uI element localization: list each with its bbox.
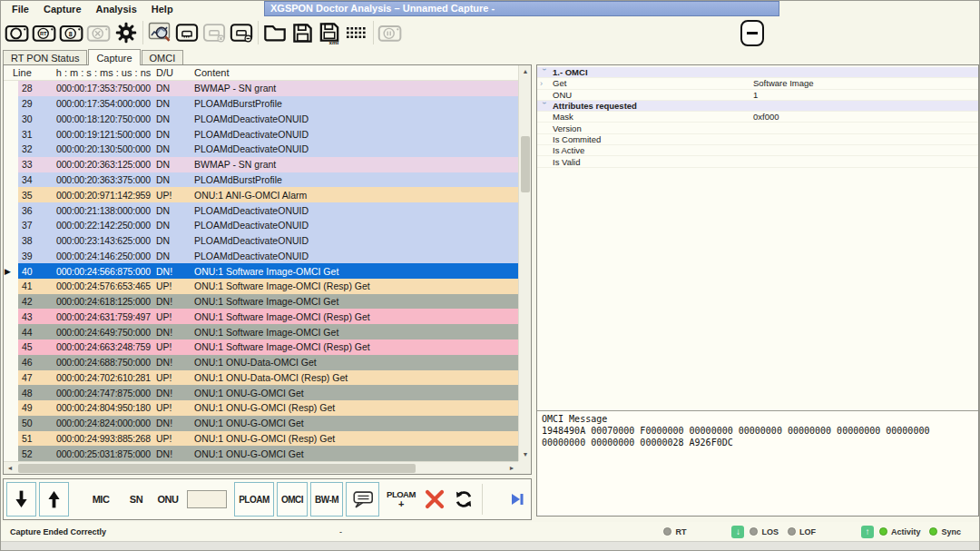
table-row[interactable]: 45000:00:24:663:248:759UP!ONU:1 Software… [4,339,518,355]
hex-view-button[interactable] [343,19,370,47]
scroll-right-arrow-icon[interactable]: ► [505,462,518,475]
table-row[interactable]: 29000:00:17:354:000:000DNPLOAMdBurstProf… [4,96,518,112]
scroll-left-arrow-icon[interactable]: ◄ [4,462,16,475]
table-row[interactable]: 51000:00:24:993:885:268UP!ONU:1 ONU-G-OM… [4,431,518,447]
table-row[interactable]: 47000:00:24:702:610:281UP!ONU:1 ONU-Data… [4,370,518,386]
menu-item-capture[interactable]: Capture [36,1,89,17]
detail-row[interactable]: Mask0xf000 [537,112,978,123]
save-button[interactable] [289,19,316,47]
messages-button[interactable] [346,482,379,517]
table-row[interactable]: 37000:00:22:142:250:000DNPLOAMdDeactivat… [4,218,518,233]
chevron-down-icon[interactable]: › [540,102,549,111]
port-connect-button[interactable] [173,19,201,47]
onu-filter-button[interactable]: ONU [152,482,183,517]
sn-filter-button[interactable]: SN [120,482,152,517]
ploam-plus-button[interactable]: PLOAM + [382,482,420,517]
row-gutter [4,142,18,157]
save-xml-button[interactable]: xml [316,19,343,47]
table-row[interactable]: ▶40000:00:24:566:875:000DN!ONU:1 Softwar… [4,263,518,279]
chevron-down-icon[interactable]: › [540,68,549,77]
led-label-sync: Sync [941,527,961,536]
cell-du: UP! [154,402,191,413]
cell-line: 38 [18,235,53,246]
settings-gear-icon [115,22,137,44]
save-xml-icon: xml [318,22,340,44]
omci-message-title: OMCI Message [542,413,974,425]
scroll-down-button[interactable] [6,482,36,517]
menu-item-help[interactable]: Help [144,1,181,17]
detail-row[interactable]: Is Active [537,145,978,156]
table-row[interactable]: 46000:00:24:688:750:000DN!ONU:1 ONU-Data… [4,355,518,370]
open-folder-button[interactable] [261,19,289,47]
table-row[interactable]: 35000:00:20:971:142:959UP!ONU:1 ANI-G-OM… [4,187,518,202]
table-row[interactable]: 28000:00:17:353:750:000DNBWMAP - SN gran… [4,81,518,96]
table-row[interactable]: 43000:00:24:631:759:497UP!ONU:1 Software… [4,309,518,324]
table-row[interactable]: 49000:00:24:804:950:180UP!ONU:1 ONU-G-OM… [4,400,518,416]
detail-row[interactable]: Is Valid [537,156,978,167]
detail-row[interactable]: ONU1 [537,90,978,101]
omci-filter-button[interactable]: OMCI [277,482,308,517]
refresh-button[interactable] [449,482,478,517]
mic-filter-button[interactable]: MIC [82,482,120,517]
tab-rt-pon-status[interactable]: RT PON Status [3,50,87,64]
table-row[interactable]: 52000:00:25:031:875:000DN!ONU:1 ONU-G-OM… [4,446,518,461]
table-row[interactable]: 41000:00:24:576:653:465UP!ONU:1 Software… [4,279,518,294]
clear-filters-button[interactable] [420,482,449,517]
scroll-down-arrow-icon[interactable]: ▼ [519,448,532,461]
table-row[interactable]: 32000:00:20:130:500:000DNPLOAMdDeactivat… [4,142,518,157]
ploam-label: PLOAM [239,495,270,505]
tab-capture[interactable]: Capture [88,49,140,65]
open-folder-icon [263,23,287,43]
vertical-scroll-thumb[interactable] [521,136,530,192]
menu-item-analysis[interactable]: Analysis [89,1,144,17]
table-row[interactable]: 34000:00:20:363:375:000DNPLOAMdBurstProf… [4,172,518,188]
detail-row[interactable]: ›GetSoftware Image [537,78,978,89]
row-gutter [4,202,18,218]
tab-omci[interactable]: OMCI [142,50,184,64]
chevron-right-icon[interactable]: › [540,79,549,88]
row-gutter [4,400,18,416]
minimize-capture-button[interactable] [740,20,764,46]
onu-filter-input[interactable] [187,490,227,508]
table-row[interactable]: 42000:00:24:618:125:000DN!ONU:1 Software… [4,294,518,310]
table-row[interactable]: 31000:00:19:121:500:000DNPLOAMdDeactivat… [4,126,518,142]
menu-item-file[interactable]: File [5,1,36,17]
cell-du: DN [154,98,191,109]
table-row[interactable]: 30000:00:18:120:750:000DNPLOAMdDeactivat… [4,112,518,127]
horizontal-scroll-thumb[interactable] [18,464,416,473]
hex-grid-icon [346,25,368,40]
cell-line: 52 [18,448,53,459]
scroll-up-button[interactable] [39,482,69,517]
port-remove-button[interactable] [228,19,255,47]
cell-line: 28 [18,83,53,93]
go-to-end-button[interactable] [506,482,528,517]
camera-scheduled-capture-button[interactable]: 8 [58,19,85,47]
cell-content: ONU:1 Software Image-OMCI (Resp) Get [191,341,518,352]
scroll-up-arrow-icon[interactable]: ▲ [519,65,532,78]
camera-capture-button[interactable] [4,19,31,47]
horizontal-scrollbar[interactable]: ◄ ► [4,461,518,474]
analysis-button[interactable] [146,19,173,47]
cell-content: BWMAP - SN grant [191,83,518,93]
settings-button[interactable] [113,19,140,47]
table-row[interactable]: 39000:00:24:146:250:000DNPLOAMdDeactivat… [4,248,518,263]
vertical-scrollbar[interactable]: ▲ ▼ [518,65,531,461]
detail-row[interactable]: Is Commited [537,134,978,145]
detail-row[interactable]: ›Attributes requested [537,101,978,112]
table-row[interactable]: 48000:00:24:747:875:000DN!ONU:1 ONU-G-OM… [4,385,518,400]
table-row[interactable]: 50000:00:24:824:000:000DN!ONU:1 ONU-G-OM… [4,416,518,431]
cell-time: 000:00:17:353:750:000 [53,83,154,93]
table-row[interactable]: 33000:00:20:363:125:000DNBWMAP - SN gran… [4,157,518,172]
table-row[interactable]: 44000:00:24:649:750:000DN!ONU:1 Software… [4,324,518,339]
table-header-row[interactable]: Lineh : m : s : ms : us : nsD/UContent [4,65,531,81]
camera-rt-capture-button[interactable]: RT [31,19,58,47]
bwm-filter-button[interactable]: BW-M [310,482,343,517]
camera-icon [5,21,30,44]
detail-row[interactable]: ›1.- OMCI [537,67,978,78]
cell-content: PLOAMdDeactivateONUID [191,235,518,246]
ploam-filter-button[interactable]: PLOAM [234,482,274,517]
table-row[interactable]: 38000:00:23:143:625:000DNPLOAMdDeactivat… [4,233,518,249]
row-gutter [4,157,18,172]
detail-row[interactable]: Version [537,123,978,133]
table-row[interactable]: 36000:00:21:138:000:000DNPLOAMdDeactivat… [4,202,518,218]
